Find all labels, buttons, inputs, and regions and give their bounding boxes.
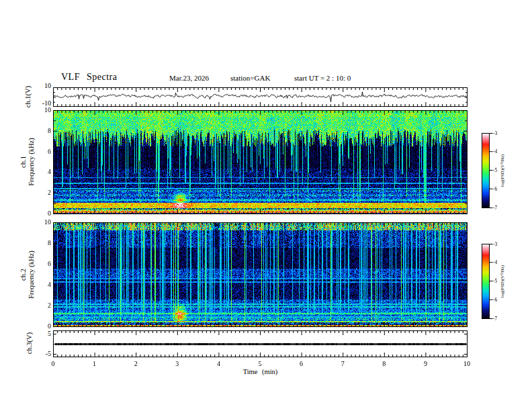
tick-label: -7 [493,205,497,211]
tick-label: 6 [48,148,51,156]
station-label: station=GAK [230,74,270,82]
ch1-wave-ytick-top: 10 [44,82,51,90]
ch2-spec-ylabel-channel: ch.2 [19,250,28,298]
ch2-spec-ylabel: ch.2 Frequency (kHz) [19,250,35,298]
ch1-colorbar-label: log(PSD)(V²/Hz) [500,154,505,187]
tick-label: 4 [217,360,220,368]
tick-label: -7 [493,316,497,322]
ch1-waveform-plot [53,87,468,107]
page-title: VLF Spectra [61,72,117,83]
tick-label: 2 [48,302,51,310]
tick-label: -5 [493,167,497,173]
tick-label: 8 [48,127,51,135]
ch2-spectrogram [53,222,468,327]
ch2-spec-ylabel-axis: Frequency (kHz) [27,250,35,298]
tick-label: 10 [463,360,470,368]
tick-label: 6 [300,360,303,368]
tick-label: 8 [382,360,386,368]
ch1-spec-ylabel-axis: Frequency (kHz) [27,138,35,185]
ch3-wave-ylabel: ch.3(V) [26,332,33,354]
tick-label: 4 [48,168,51,176]
tick-label: -4 [493,148,497,154]
tick-label: -6 [493,297,497,303]
tick-label: 2 [48,189,51,197]
ch1-spectrogram [53,110,468,214]
tick-label: 0 [52,360,55,368]
tick-label: 8 [48,239,51,247]
tick-label: 5 [259,360,262,368]
tick-label: -3 [493,241,497,247]
tick-label: 2 [134,360,138,368]
ch3-wave-ytick-top: 5 [48,330,51,338]
ch2-colorbar-label: log(PSD)(V²/Hz) [500,265,505,298]
tick-label: 7 [341,360,345,368]
start-ut-label: start UT = 2 : 10: 0 [294,74,351,82]
tick-label: 4 [48,281,51,289]
date-label: Mar.23, 2026 [169,74,209,82]
ch1-colorbar [482,133,493,208]
ch1-spec-ylabel-channel: ch.1 [19,138,28,185]
ch1-wave-ylabel: ch.1(V) [24,86,32,107]
tick-label: 3 [175,360,179,368]
tick-label: 1 [93,360,96,368]
ch3-wave-ytick-bottom: -5 [46,350,51,358]
tick-label: -5 [493,278,497,284]
tick-label: -4 [493,259,497,265]
tick-label: -3 [493,130,497,136]
tick-label: 9 [424,360,427,368]
vlf-spectra-figure: VLF Spectra Mar.23, 2026 station=GAK sta… [0,0,532,411]
ch2-colorbar [482,244,493,319]
ch3-waveform-plot [53,330,468,357]
ch1-spec-ylabel: ch.1 Frequency (kHz) [19,138,35,185]
tick-label: 0 [48,210,51,218]
tick-label: -6 [493,186,497,192]
x-axis-label: Time (min) [53,368,468,375]
tick-label: 10 [44,218,51,226]
ch1-wave-ytick-bottom: -10 [42,99,51,107]
tick-label: 6 [48,260,51,268]
